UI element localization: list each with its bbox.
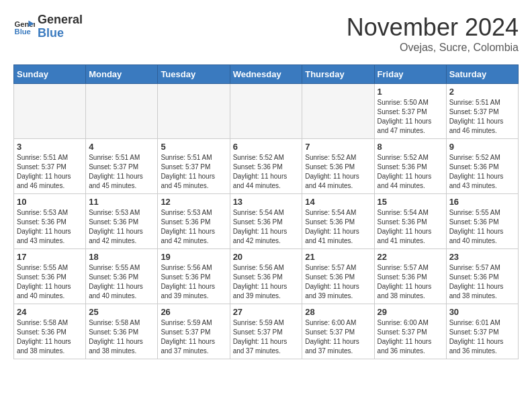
day-number: 20 xyxy=(233,252,300,262)
calendar-cell xyxy=(86,84,158,139)
day-info: Sunrise: 5:57 AM Sunset: 5:36 PM Dayligh… xyxy=(378,263,443,301)
day-info: Sunrise: 5:56 AM Sunset: 5:36 PM Dayligh… xyxy=(161,263,226,301)
logo-line1: General xyxy=(38,13,83,27)
weekday-header-row: SundayMondayTuesdayWednesdayThursdayFrid… xyxy=(14,65,519,84)
day-info: Sunrise: 5:51 AM Sunset: 5:37 PM Dayligh… xyxy=(449,98,515,136)
calendar-cell: 6Sunrise: 5:52 AM Sunset: 5:36 PM Daylig… xyxy=(230,139,302,194)
calendar-week-1: 1Sunrise: 5:50 AM Sunset: 5:37 PM Daylig… xyxy=(14,84,519,139)
weekday-header-sunday: Sunday xyxy=(14,65,86,84)
calendar-cell: 7Sunrise: 5:52 AM Sunset: 5:36 PM Daylig… xyxy=(302,139,374,194)
day-info: Sunrise: 5:55 AM Sunset: 5:36 PM Dayligh… xyxy=(449,208,515,246)
calendar-cell xyxy=(158,84,230,139)
day-info: Sunrise: 5:54 AM Sunset: 5:36 PM Dayligh… xyxy=(378,208,443,246)
weekday-header-friday: Friday xyxy=(374,65,446,84)
calendar-cell: 8Sunrise: 5:52 AM Sunset: 5:36 PM Daylig… xyxy=(374,139,446,194)
calendar-week-3: 10Sunrise: 5:53 AM Sunset: 5:36 PM Dayli… xyxy=(14,194,519,249)
calendar-cell: 27Sunrise: 5:59 AM Sunset: 5:37 PM Dayli… xyxy=(230,304,302,359)
day-number: 24 xyxy=(17,307,83,317)
day-info: Sunrise: 5:52 AM Sunset: 5:36 PM Dayligh… xyxy=(378,153,443,191)
day-info: Sunrise: 5:54 AM Sunset: 5:36 PM Dayligh… xyxy=(305,208,371,246)
calendar-cell: 12Sunrise: 5:53 AM Sunset: 5:36 PM Dayli… xyxy=(158,194,230,249)
day-number: 15 xyxy=(378,197,443,207)
day-info: Sunrise: 5:57 AM Sunset: 5:36 PM Dayligh… xyxy=(305,263,371,301)
day-number: 12 xyxy=(161,197,226,207)
logo-line2: Blue xyxy=(38,27,83,40)
day-info: Sunrise: 5:51 AM Sunset: 5:37 PM Dayligh… xyxy=(161,153,226,191)
day-info: Sunrise: 6:00 AM Sunset: 5:37 PM Dayligh… xyxy=(378,318,443,356)
day-number: 18 xyxy=(89,252,154,262)
day-number: 30 xyxy=(449,307,515,317)
calendar-cell: 9Sunrise: 5:52 AM Sunset: 5:36 PM Daylig… xyxy=(446,139,518,194)
calendar-cell: 16Sunrise: 5:55 AM Sunset: 5:36 PM Dayli… xyxy=(446,194,518,249)
calendar-cell: 28Sunrise: 6:00 AM Sunset: 5:37 PM Dayli… xyxy=(302,304,374,359)
day-info: Sunrise: 5:51 AM Sunset: 5:37 PM Dayligh… xyxy=(89,153,154,191)
day-info: Sunrise: 5:58 AM Sunset: 5:36 PM Dayligh… xyxy=(17,318,83,356)
calendar-cell: 17Sunrise: 5:55 AM Sunset: 5:36 PM Dayli… xyxy=(14,249,86,304)
day-info: Sunrise: 5:57 AM Sunset: 5:36 PM Dayligh… xyxy=(449,263,515,301)
day-info: Sunrise: 5:56 AM Sunset: 5:36 PM Dayligh… xyxy=(233,263,300,301)
day-number: 28 xyxy=(305,307,371,317)
logo-text: General Blue xyxy=(38,13,83,40)
location: Ovejas, Sucre, Colombia xyxy=(347,42,519,54)
day-number: 9 xyxy=(449,142,515,152)
calendar-week-4: 17Sunrise: 5:55 AM Sunset: 5:36 PM Dayli… xyxy=(14,249,519,304)
day-number: 3 xyxy=(17,142,83,152)
day-number: 27 xyxy=(233,307,300,317)
day-info: Sunrise: 6:00 AM Sunset: 5:37 PM Dayligh… xyxy=(305,318,371,356)
weekday-header-tuesday: Tuesday xyxy=(158,65,230,84)
day-number: 7 xyxy=(305,142,371,152)
weekday-header-wednesday: Wednesday xyxy=(230,65,302,84)
day-info: Sunrise: 5:53 AM Sunset: 5:36 PM Dayligh… xyxy=(89,208,154,246)
calendar-cell: 11Sunrise: 5:53 AM Sunset: 5:36 PM Dayli… xyxy=(86,194,158,249)
weekday-header-monday: Monday xyxy=(86,65,158,84)
calendar-cell: 20Sunrise: 5:56 AM Sunset: 5:36 PM Dayli… xyxy=(230,249,302,304)
day-info: Sunrise: 5:55 AM Sunset: 5:36 PM Dayligh… xyxy=(17,263,83,301)
calendar-cell: 30Sunrise: 6:01 AM Sunset: 5:37 PM Dayli… xyxy=(446,304,518,359)
day-info: Sunrise: 5:59 AM Sunset: 5:37 PM Dayligh… xyxy=(233,318,300,356)
day-number: 13 xyxy=(233,197,300,207)
day-info: Sunrise: 5:58 AM Sunset: 5:36 PM Dayligh… xyxy=(89,318,154,356)
day-number: 11 xyxy=(89,197,154,207)
day-info: Sunrise: 5:59 AM Sunset: 5:37 PM Dayligh… xyxy=(161,318,226,356)
logo: General Blue General Blue xyxy=(13,13,83,40)
calendar-cell: 13Sunrise: 5:54 AM Sunset: 5:36 PM Dayli… xyxy=(230,194,302,249)
day-number: 2 xyxy=(449,87,515,97)
day-number: 26 xyxy=(161,307,226,317)
day-info: Sunrise: 5:55 AM Sunset: 5:36 PM Dayligh… xyxy=(89,263,154,301)
calendar-table: SundayMondayTuesdayWednesdayThursdayFrid… xyxy=(13,64,519,359)
day-info: Sunrise: 5:52 AM Sunset: 5:36 PM Dayligh… xyxy=(305,153,371,191)
day-info: Sunrise: 5:52 AM Sunset: 5:36 PM Dayligh… xyxy=(233,153,300,191)
logo-icon: General Blue xyxy=(13,16,35,38)
calendar-cell: 14Sunrise: 5:54 AM Sunset: 5:36 PM Dayli… xyxy=(302,194,374,249)
calendar-cell: 10Sunrise: 5:53 AM Sunset: 5:36 PM Dayli… xyxy=(14,194,86,249)
day-number: 4 xyxy=(89,142,154,152)
svg-text:Blue: Blue xyxy=(15,28,31,36)
calendar-cell xyxy=(230,84,302,139)
day-info: Sunrise: 5:52 AM Sunset: 5:36 PM Dayligh… xyxy=(449,153,515,191)
calendar-cell: 1Sunrise: 5:50 AM Sunset: 5:37 PM Daylig… xyxy=(374,84,446,139)
calendar-cell: 5Sunrise: 5:51 AM Sunset: 5:37 PM Daylig… xyxy=(158,139,230,194)
calendar-cell: 18Sunrise: 5:55 AM Sunset: 5:36 PM Dayli… xyxy=(86,249,158,304)
calendar-cell: 4Sunrise: 5:51 AM Sunset: 5:37 PM Daylig… xyxy=(86,139,158,194)
calendar-cell: 2Sunrise: 5:51 AM Sunset: 5:37 PM Daylig… xyxy=(446,84,518,139)
calendar-cell: 21Sunrise: 5:57 AM Sunset: 5:36 PM Dayli… xyxy=(302,249,374,304)
calendar-cell: 22Sunrise: 5:57 AM Sunset: 5:36 PM Dayli… xyxy=(374,249,446,304)
day-number: 19 xyxy=(161,252,226,262)
day-number: 6 xyxy=(233,142,300,152)
day-info: Sunrise: 5:53 AM Sunset: 5:36 PM Dayligh… xyxy=(17,208,83,246)
calendar-cell: 23Sunrise: 5:57 AM Sunset: 5:36 PM Dayli… xyxy=(446,249,518,304)
day-number: 14 xyxy=(305,197,371,207)
day-number: 22 xyxy=(378,252,443,262)
calendar-cell: 25Sunrise: 5:58 AM Sunset: 5:36 PM Dayli… xyxy=(86,304,158,359)
weekday-header-thursday: Thursday xyxy=(302,65,374,84)
day-number: 1 xyxy=(378,87,443,97)
calendar-cell: 15Sunrise: 5:54 AM Sunset: 5:36 PM Dayli… xyxy=(374,194,446,249)
day-info: Sunrise: 5:51 AM Sunset: 5:37 PM Dayligh… xyxy=(17,153,83,191)
day-number: 8 xyxy=(378,142,443,152)
title-block: November 2024 Ovejas, Sucre, Colombia xyxy=(347,13,519,54)
day-number: 29 xyxy=(378,307,443,317)
day-number: 21 xyxy=(305,252,371,262)
day-number: 23 xyxy=(449,252,515,262)
day-number: 10 xyxy=(17,197,83,207)
calendar-week-5: 24Sunrise: 5:58 AM Sunset: 5:36 PM Dayli… xyxy=(14,304,519,359)
